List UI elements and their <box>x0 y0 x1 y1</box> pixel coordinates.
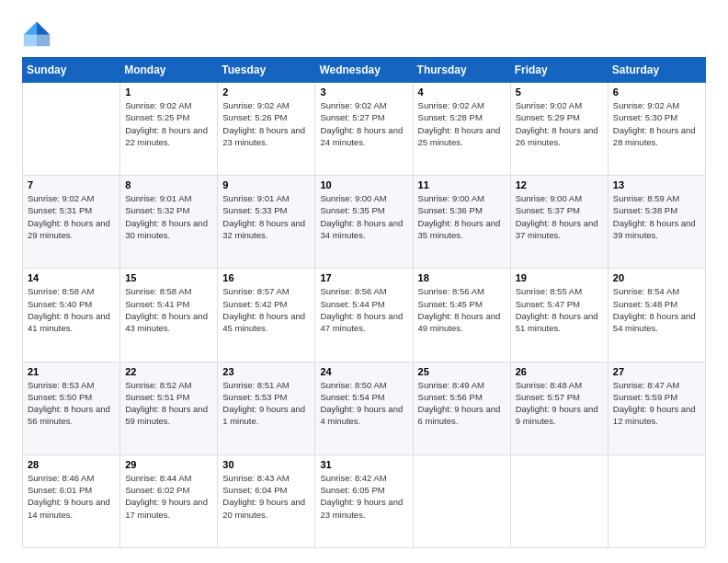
weekday-header-friday: Friday <box>510 58 608 83</box>
sunset-label: Sunset: 5:37 PM <box>516 205 580 215</box>
sunset-label: Sunset: 5:28 PM <box>418 112 483 122</box>
calendar-cell: 11 Sunrise: 9:00 AM Sunset: 5:36 PM Dayl… <box>413 176 510 269</box>
daylight-label: Daylight: 9 hours and 12 minutes. <box>613 404 696 426</box>
calendar-cell: 1 Sunrise: 9:02 AM Sunset: 5:25 PM Dayli… <box>120 83 218 176</box>
sunset-label: Sunset: 5:45 PM <box>418 299 483 309</box>
week-row-2: 14 Sunrise: 8:58 AM Sunset: 5:40 PM Dayl… <box>23 269 706 362</box>
sunset-label: Sunset: 6:02 PM <box>125 485 189 495</box>
daylight-label: Daylight: 9 hours and 23 minutes. <box>320 497 403 519</box>
daylight-label: Daylight: 8 hours and 35 minutes. <box>418 218 501 240</box>
sunrise-label: Sunrise: 8:46 AM <box>28 473 94 483</box>
sunrise-label: Sunrise: 8:47 AM <box>613 380 679 390</box>
daylight-label: Daylight: 8 hours and 54 minutes. <box>613 311 696 333</box>
sunset-label: Sunset: 5:32 PM <box>125 205 189 215</box>
sunrise-label: Sunrise: 9:02 AM <box>516 100 582 110</box>
sunrise-label: Sunrise: 8:49 AM <box>418 380 484 390</box>
daylight-label: Daylight: 8 hours and 30 minutes. <box>125 218 208 240</box>
sunrise-label: Sunrise: 9:02 AM <box>418 100 484 110</box>
day-info: Sunrise: 8:54 AM Sunset: 5:48 PM Dayligh… <box>613 285 700 334</box>
sunrise-label: Sunrise: 8:51 AM <box>222 380 289 390</box>
sunrise-label: Sunrise: 9:02 AM <box>222 100 289 110</box>
day-info: Sunrise: 8:52 AM Sunset: 5:51 PM Dayligh… <box>125 379 212 428</box>
sunset-label: Sunset: 5:50 PM <box>28 392 92 402</box>
sunset-label: Sunset: 5:29 PM <box>516 112 580 122</box>
day-info: Sunrise: 8:57 AM Sunset: 5:42 PM Dayligh… <box>222 285 310 334</box>
daylight-label: Daylight: 8 hours and 34 minutes. <box>320 218 403 240</box>
calendar-cell: 24 Sunrise: 8:50 AM Sunset: 5:54 PM Dayl… <box>315 362 413 454</box>
sunrise-label: Sunrise: 9:02 AM <box>28 193 94 203</box>
sunset-label: Sunset: 5:25 PM <box>125 112 189 122</box>
calendar-cell: 21 Sunrise: 8:53 AM Sunset: 5:50 PM Dayl… <box>23 362 120 454</box>
day-number: 28 <box>28 459 115 470</box>
weekday-header-tuesday: Tuesday <box>218 58 315 83</box>
calendar-cell: 17 Sunrise: 8:56 AM Sunset: 5:44 PM Dayl… <box>315 269 413 362</box>
daylight-label: Daylight: 9 hours and 1 minute. <box>222 404 305 426</box>
day-info: Sunrise: 8:53 AM Sunset: 5:50 PM Dayligh… <box>28 379 115 428</box>
sunset-label: Sunset: 5:26 PM <box>222 112 287 122</box>
calendar-cell: 9 Sunrise: 9:01 AM Sunset: 5:33 PM Dayli… <box>218 176 315 269</box>
sunset-label: Sunset: 5:42 PM <box>222 299 287 309</box>
day-info: Sunrise: 8:56 AM Sunset: 5:44 PM Dayligh… <box>320 285 407 334</box>
day-info: Sunrise: 8:48 AM Sunset: 5:57 PM Dayligh… <box>516 379 603 428</box>
day-info: Sunrise: 8:50 AM Sunset: 5:54 PM Dayligh… <box>320 379 407 428</box>
svg-marker-3 <box>24 35 37 46</box>
calendar-cell: 23 Sunrise: 8:51 AM Sunset: 5:53 PM Dayl… <box>218 362 315 454</box>
weekday-header-sunday: Sunday <box>23 58 120 83</box>
calendar-table: SundayMondayTuesdayWednesdayThursdayFrid… <box>22 57 706 548</box>
sunrise-label: Sunrise: 8:54 AM <box>613 286 679 296</box>
sunrise-label: Sunrise: 8:43 AM <box>222 473 289 483</box>
day-number: 31 <box>320 459 407 470</box>
day-number: 20 <box>613 272 700 283</box>
week-row-3: 21 Sunrise: 8:53 AM Sunset: 5:50 PM Dayl… <box>23 362 706 454</box>
sunrise-label: Sunrise: 8:56 AM <box>320 286 386 296</box>
sunrise-label: Sunrise: 8:50 AM <box>320 380 386 390</box>
day-number: 15 <box>125 272 212 283</box>
daylight-label: Daylight: 8 hours and 23 minutes. <box>222 125 305 147</box>
sunrise-label: Sunrise: 8:48 AM <box>516 380 582 390</box>
sunrise-label: Sunrise: 8:59 AM <box>613 193 679 203</box>
day-info: Sunrise: 8:56 AM Sunset: 5:45 PM Dayligh… <box>418 285 506 334</box>
sunrise-label: Sunrise: 9:01 AM <box>125 193 191 203</box>
calendar-cell: 6 Sunrise: 9:02 AM Sunset: 5:30 PM Dayli… <box>608 83 705 176</box>
day-info: Sunrise: 9:02 AM Sunset: 5:30 PM Dayligh… <box>613 99 700 148</box>
daylight-label: Daylight: 9 hours and 17 minutes. <box>125 497 208 519</box>
daylight-label: Daylight: 8 hours and 24 minutes. <box>320 125 403 147</box>
daylight-label: Daylight: 8 hours and 37 minutes. <box>516 218 598 240</box>
daylight-label: Daylight: 8 hours and 45 minutes. <box>222 311 305 333</box>
daylight-label: Daylight: 8 hours and 28 minutes. <box>613 125 696 147</box>
day-number: 27 <box>613 366 700 377</box>
day-info: Sunrise: 8:51 AM Sunset: 5:53 PM Dayligh… <box>222 379 310 428</box>
day-info: Sunrise: 8:42 AM Sunset: 6:05 PM Dayligh… <box>320 472 407 521</box>
day-number: 10 <box>320 179 407 190</box>
sunrise-label: Sunrise: 8:52 AM <box>125 380 191 390</box>
logo-icon <box>22 18 51 48</box>
day-info: Sunrise: 9:01 AM Sunset: 5:33 PM Dayligh… <box>222 192 310 241</box>
daylight-label: Daylight: 8 hours and 41 minutes. <box>28 311 110 333</box>
sunset-label: Sunset: 5:33 PM <box>222 205 287 215</box>
day-info: Sunrise: 9:02 AM Sunset: 5:26 PM Dayligh… <box>222 99 310 148</box>
daylight-label: Daylight: 9 hours and 9 minutes. <box>516 404 598 426</box>
sunrise-label: Sunrise: 9:01 AM <box>222 193 289 203</box>
sunset-label: Sunset: 5:38 PM <box>613 205 677 215</box>
calendar-cell: 10 Sunrise: 9:00 AM Sunset: 5:35 PM Dayl… <box>315 176 413 269</box>
daylight-label: Daylight: 8 hours and 22 minutes. <box>125 125 208 147</box>
day-number: 25 <box>418 366 506 377</box>
weekday-header-wednesday: Wednesday <box>315 58 413 83</box>
calendar-cell: 31 Sunrise: 8:42 AM Sunset: 6:05 PM Dayl… <box>315 454 413 547</box>
sunrise-label: Sunrise: 8:42 AM <box>320 473 386 483</box>
sunset-label: Sunset: 5:27 PM <box>320 112 384 122</box>
day-info: Sunrise: 9:00 AM Sunset: 5:36 PM Dayligh… <box>418 192 506 241</box>
daylight-label: Daylight: 9 hours and 20 minutes. <box>222 497 305 519</box>
weekday-header-row: SundayMondayTuesdayWednesdayThursdayFrid… <box>23 58 706 83</box>
calendar-cell <box>23 83 120 176</box>
daylight-label: Daylight: 8 hours and 26 minutes. <box>516 125 598 147</box>
calendar-cell: 26 Sunrise: 8:48 AM Sunset: 5:57 PM Dayl… <box>510 362 608 454</box>
calendar-cell: 22 Sunrise: 8:52 AM Sunset: 5:51 PM Dayl… <box>120 362 218 454</box>
calendar-cell: 28 Sunrise: 8:46 AM Sunset: 6:01 PM Dayl… <box>23 454 120 547</box>
daylight-label: Daylight: 8 hours and 49 minutes. <box>418 311 501 333</box>
daylight-label: Daylight: 8 hours and 32 minutes. <box>222 218 305 240</box>
day-number: 24 <box>320 366 407 377</box>
day-number: 23 <box>222 366 310 377</box>
sunrise-label: Sunrise: 9:00 AM <box>320 193 386 203</box>
day-number: 18 <box>418 272 506 283</box>
